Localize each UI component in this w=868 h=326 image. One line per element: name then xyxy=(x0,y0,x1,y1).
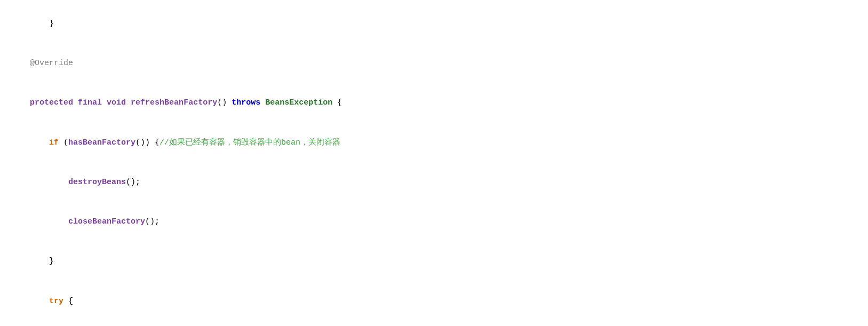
method-call: destroyBeans xyxy=(68,178,126,187)
keyword-if: if xyxy=(49,138,59,147)
keyword-void: void xyxy=(107,98,126,107)
code-container: } @Override protected final void refresh… xyxy=(0,0,868,326)
keyword-try: try xyxy=(49,297,63,306)
comment: //如果已经有容器，销毁容器中的bean，关闭容器 xyxy=(160,138,340,147)
code-line: } xyxy=(0,242,868,282)
method-name: refreshBeanFactory xyxy=(131,98,217,107)
exception-type: BeansException xyxy=(265,98,332,107)
code-line: @Override xyxy=(0,44,868,83)
keyword-protected: protected xyxy=(30,98,73,107)
keyword-throws: throws xyxy=(232,98,260,107)
code-line: try { xyxy=(0,282,868,321)
code-line: if (hasBeanFactory()) {//如果已经有容器，销毁容器中的b… xyxy=(0,123,868,163)
code-line: //创建IOC容器 xyxy=(0,321,868,326)
method-call: hasBeanFactory xyxy=(68,138,136,147)
method-call: closeBeanFactory xyxy=(68,217,145,226)
keyword-final: final xyxy=(78,98,102,107)
annotation: @Override xyxy=(30,59,73,68)
code-line: protected final void refreshBeanFactory(… xyxy=(0,84,868,123)
code-line: destroyBeans(); xyxy=(0,163,868,202)
code-line: closeBeanFactory(); xyxy=(0,202,868,242)
code-text: } xyxy=(30,19,54,28)
code-line: } xyxy=(0,4,868,44)
